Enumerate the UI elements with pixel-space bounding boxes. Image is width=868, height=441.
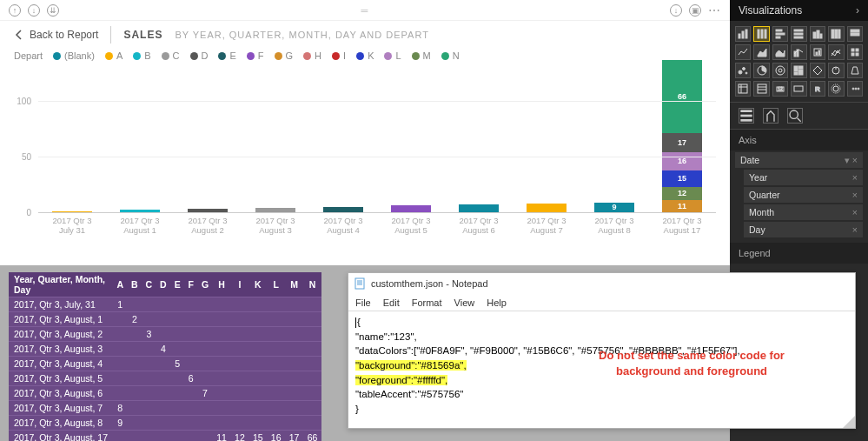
notepad-textarea[interactable]: { "name":"123", "dataColors":["#0F8A9F",… [348, 311, 855, 420]
matrix-row[interactable]: 2017, Qtr 3, August, 45 [9, 357, 321, 371]
bar-column[interactable]: 9 [580, 68, 648, 212]
matrix-header-cell[interactable]: Year, Quarter, Month, Day [9, 272, 113, 297]
remove-field-icon[interactable]: ▾ × [845, 155, 858, 165]
matrix-header-cell[interactable]: B [128, 272, 142, 297]
fields-tab-icon[interactable] [739, 108, 754, 124]
viz-type-icon[interactable] [753, 81, 769, 97]
legend-item[interactable]: M [412, 50, 431, 61]
viz-type-icon[interactable]: 12 [772, 81, 788, 97]
matrix-header-cell[interactable]: M [285, 272, 303, 297]
viz-type-icon[interactable] [772, 63, 788, 78]
bar-segment[interactable]: 15 [662, 170, 702, 187]
viz-panel-header[interactable]: Visualizations › [730, 0, 868, 21]
remove-field-icon[interactable]: × [852, 207, 858, 217]
matrix-row[interactable]: 2017, Qtr 3, August, 34 [9, 342, 321, 357]
legend-item[interactable]: A [105, 50, 123, 61]
notepad-menu-item[interactable]: Edit [383, 297, 400, 308]
matrix-visual[interactable]: Year, Quarter, Month, DayABCDEFGHIKLMN 2… [9, 272, 321, 441]
format-tab-icon[interactable] [763, 108, 779, 124]
matrix-row[interactable]: 2017, Qtr 3, August, 56 [9, 371, 321, 386]
bar-segment[interactable]: 16 [662, 152, 702, 170]
remove-field-icon[interactable]: × [852, 172, 858, 183]
bar-segment[interactable]: 17 [662, 133, 702, 152]
viz-type-icon[interactable] [772, 44, 788, 60]
analytics-tab-icon[interactable] [787, 108, 803, 124]
viz-type-icon[interactable] [847, 44, 863, 60]
drill-down-icon[interactable]: ↓ [28, 4, 40, 17]
viz-type-icon[interactable] [735, 26, 751, 42]
legend-item[interactable]: F [247, 50, 264, 61]
viz-type-icon[interactable] [753, 26, 769, 42]
bar-segment[interactable] [391, 205, 431, 212]
bar-segment[interactable]: 66 [662, 60, 702, 133]
matrix-header-cell[interactable]: D [156, 272, 171, 297]
bar-column[interactable]: 111215161766 [648, 68, 716, 212]
viz-type-icon[interactable] [810, 44, 825, 60]
viz-type-icon[interactable] [791, 26, 806, 42]
matrix-row[interactable]: 2017, Qtr 3, August, 12 [9, 312, 321, 327]
viz-type-icon[interactable] [735, 44, 751, 60]
viz-type-icon[interactable] [847, 63, 863, 78]
matrix-header-cell[interactable]: I [230, 272, 248, 297]
bar-column[interactable] [445, 68, 513, 212]
matrix-row[interactable]: 2017, Qtr 3, August, 78 [9, 401, 321, 416]
focus-icon[interactable]: ▣ [689, 4, 701, 17]
viz-type-icon[interactable] [810, 63, 825, 78]
matrix-row[interactable]: 2017, Qtr 3, August, 17111215161766 [9, 431, 321, 442]
viz-type-icon[interactable] [735, 63, 751, 78]
viz-type-icon[interactable]: R [810, 81, 825, 97]
pin-icon[interactable]: ↓ [670, 4, 682, 17]
bar-segment[interactable] [459, 204, 499, 212]
notepad-menu-item[interactable]: Help [487, 297, 507, 308]
matrix-row[interactable]: 2017, Qtr 3, August, 67 [9, 386, 321, 401]
bar-segment[interactable]: 9 [594, 203, 634, 212]
notepad-menu-item[interactable]: Format [412, 297, 442, 308]
bar-segment[interactable]: 11 [662, 200, 702, 212]
remove-field-icon[interactable]: × [852, 190, 858, 200]
back-button[interactable]: Back to Report [14, 29, 98, 41]
notepad-menu-item[interactable]: File [355, 297, 371, 308]
more-icon[interactable]: ⋯ [708, 3, 721, 17]
matrix-header-cell[interactable]: N [303, 272, 321, 297]
viz-type-icon[interactable] [772, 26, 788, 42]
field-well-item[interactable]: Day× [744, 222, 863, 237]
stacked-bar-chart[interactable]: 050100 9111215161766 2017 Qtr 3July 3120… [0, 63, 730, 237]
viz-type-icon[interactable] [847, 81, 863, 97]
field-well-item[interactable]: Month× [744, 204, 863, 220]
expand-icon[interactable]: ⇊ [47, 4, 59, 17]
field-well-item[interactable]: Date▾ × [735, 152, 863, 168]
matrix-header-cell[interactable]: A [113, 272, 128, 297]
legend-item[interactable]: C [162, 50, 180, 61]
viz-type-icon[interactable] [753, 63, 769, 78]
matrix-header-cell[interactable]: G [197, 272, 212, 297]
legend-item[interactable]: L [384, 50, 401, 61]
nav-up-icon[interactable]: ↑ [9, 4, 21, 17]
legend-item[interactable]: G [275, 50, 294, 61]
matrix-header-cell[interactable]: E [170, 272, 184, 297]
matrix-header-cell[interactable]: L [267, 272, 285, 297]
viz-type-icon[interactable] [828, 44, 844, 60]
legend-item[interactable]: D [190, 50, 209, 61]
viz-type-icon[interactable] [828, 81, 844, 97]
bar-column[interactable] [309, 68, 377, 212]
bar-column[interactable] [106, 68, 174, 212]
matrix-header-cell[interactable]: C [142, 272, 156, 297]
viz-type-icon[interactable] [791, 81, 806, 97]
matrix-header-cell[interactable]: F [184, 272, 197, 297]
matrix-header-cell[interactable]: K [248, 272, 267, 297]
chevron-right-icon[interactable]: › [856, 4, 859, 17]
remove-field-icon[interactable]: × [852, 224, 858, 235]
viz-type-icon[interactable] [735, 81, 751, 97]
field-well-item[interactable]: Quarter× [744, 187, 863, 203]
legend-item[interactable]: E [218, 50, 235, 61]
legend-item[interactable]: B [133, 50, 150, 61]
viz-type-icon[interactable] [847, 26, 863, 42]
viz-type-icon[interactable] [753, 44, 769, 60]
bar-segment[interactable] [527, 204, 567, 212]
bar-column[interactable] [377, 68, 445, 212]
matrix-row[interactable]: 2017, Qtr 3, August, 89 [9, 416, 321, 431]
viz-type-icon[interactable] [791, 44, 806, 60]
bar-column[interactable] [174, 68, 242, 212]
bar-segment[interactable]: 12 [662, 187, 702, 200]
matrix-row[interactable]: 2017, Qtr 3, August, 23 [9, 327, 321, 342]
